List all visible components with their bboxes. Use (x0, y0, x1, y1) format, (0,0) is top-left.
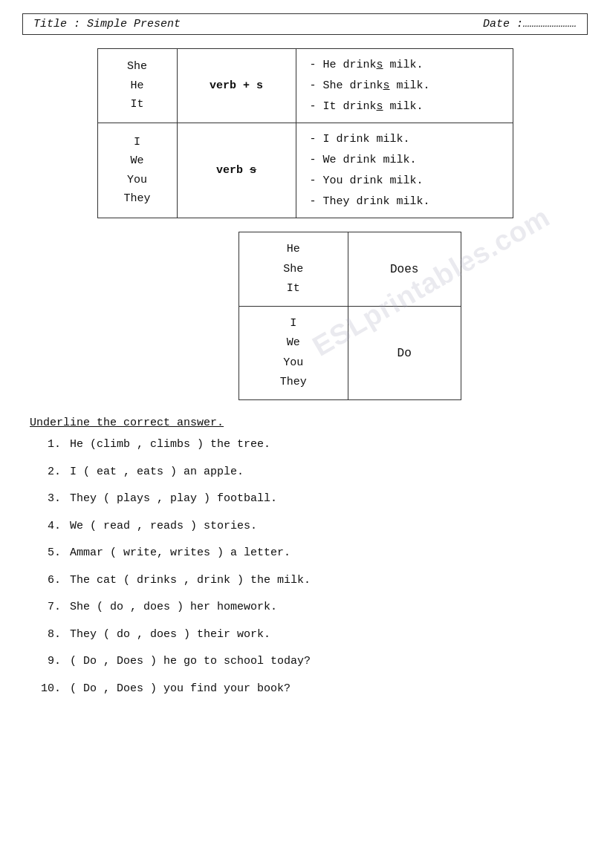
grammar-table-1: SheHeIt verb + s - He drinks milk. - She… (97, 48, 513, 218)
pronouns2-he-she-it: HeSheIt (239, 232, 348, 307)
table-row: IWeYouThey Do (239, 307, 461, 400)
examples-i-we-you-they: - I drink milk. - We drink milk. - You d… (296, 123, 513, 218)
examples-she-he-it: - He drinks milk. - She drinks milk. - I… (296, 49, 513, 123)
list-item: We ( read , reads ) stories. (37, 518, 588, 535)
list-item: The cat ( drinks , drink ) the milk. (37, 572, 588, 590)
auxiliary-does: Does (348, 232, 461, 307)
header-box: Title : Simple Present Date :…………………… (22, 13, 588, 35)
exercise-list: He (climb , climbs ) the tree. I ( eat ,… (37, 437, 588, 697)
pronouns-she-he-it: SheHeIt (97, 49, 177, 123)
list-item: Ammar ( write, writes ) a letter. (37, 545, 588, 562)
date-label: Date :…………………… (483, 18, 577, 30)
auxiliary-do: Do (348, 307, 461, 400)
pronouns-i-we-you-they: IWeYouThey (97, 123, 177, 218)
grammar-table-2: HeSheIt Does IWeYouThey Do (239, 232, 461, 400)
table-row: SheHeIt verb + s - He drinks milk. - She… (97, 49, 513, 123)
verb-rule-2: verb s (177, 123, 296, 218)
list-item: They ( plays , play ) football. (37, 491, 588, 508)
list-item: She ( do , does ) her homework. (37, 599, 588, 616)
list-item: I ( eat , eats ) an apple. (37, 464, 588, 481)
exercise-section: Underline the correct answer. He (climb … (22, 417, 588, 697)
table-row: IWeYouThey verb s - I drink milk. - We d… (97, 123, 513, 218)
table-row: HeSheIt Does (239, 232, 461, 307)
exercise-instruction: Underline the correct answer. (30, 417, 224, 429)
list-item: ( Do , Does ) you find your book? (37, 681, 588, 698)
list-item: They ( do , does ) their work. (37, 627, 588, 644)
list-item: He (climb , climbs ) the tree. (37, 437, 588, 454)
verb-rule-1: verb + s (177, 49, 296, 123)
grammar-table-2-wrap: HeSheIt Does IWeYouThey Do (22, 232, 588, 400)
grammar-table-1-wrap: SheHeIt verb + s - He drinks milk. - She… (22, 48, 588, 218)
title-label: Title : Simple Present (33, 18, 181, 30)
list-item: ( Do , Does ) he go to school today? (37, 653, 588, 670)
pronouns2-i-we-you-they: IWeYouThey (239, 307, 348, 400)
